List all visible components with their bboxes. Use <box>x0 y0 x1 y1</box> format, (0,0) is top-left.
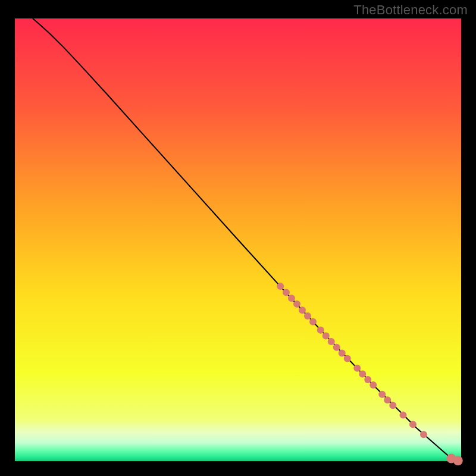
data-marker <box>384 396 391 403</box>
data-marker <box>322 332 330 339</box>
data-marker <box>299 306 306 314</box>
data-marker <box>344 355 351 362</box>
data-marker <box>339 349 346 356</box>
data-marker <box>309 318 317 325</box>
data-marker <box>277 283 284 290</box>
chart-svg <box>0 0 476 476</box>
data-marker <box>420 431 427 438</box>
data-marker <box>333 344 340 351</box>
data-marker <box>378 391 386 398</box>
data-marker <box>353 365 361 372</box>
data-marker <box>328 338 335 345</box>
data-marker <box>369 381 377 389</box>
data-marker <box>364 376 371 383</box>
data-marker <box>409 421 416 428</box>
chart-stage: TheBottleneck.com <box>0 0 476 476</box>
data-marker <box>283 289 290 296</box>
data-marker <box>304 312 311 320</box>
data-marker <box>453 456 463 465</box>
data-marker <box>288 295 295 302</box>
data-marker <box>317 327 324 334</box>
data-marker <box>293 300 300 308</box>
data-marker <box>359 370 366 377</box>
data-marker <box>400 412 407 419</box>
data-marker <box>389 402 396 409</box>
